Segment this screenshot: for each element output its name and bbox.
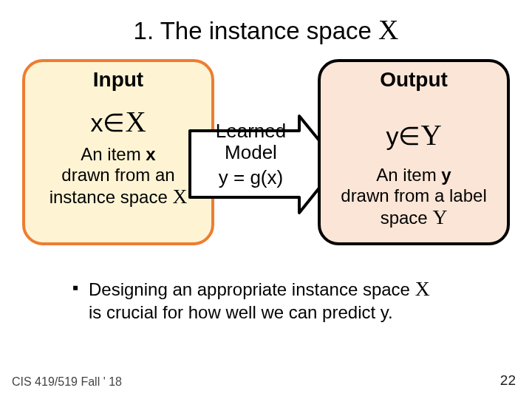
output-desc3a: space	[381, 208, 433, 228]
input-desc3a: instance space	[50, 187, 173, 207]
input-desc1a: An item	[81, 144, 146, 164]
bullet-marker-icon: ▪	[72, 276, 89, 324]
arrow-l1: Learned	[216, 120, 286, 142]
bullet-t1: Designing an appropriate instance space	[89, 279, 415, 299]
arrow-l2: Model	[225, 141, 277, 163]
arrow-eq: y = g(x)	[205, 166, 297, 189]
bullet-list: ▪ Designing an appropriate instance spac…	[72, 276, 488, 324]
input-desc3b: X	[172, 185, 187, 208]
diagram: Input x∈X An item x drawn from an instan…	[22, 59, 510, 251]
output-line: y∈Y	[325, 118, 502, 151]
output-line-symbol: Y	[420, 119, 441, 151]
input-line: x∈X	[30, 105, 207, 138]
output-box: Output y∈Y An item y drawn from a label …	[318, 59, 510, 245]
output-desc2: drawn from a label	[341, 185, 486, 205]
input-head: Input	[30, 68, 207, 92]
arrow-label: Learned Model	[205, 120, 297, 163]
output-head: Output	[325, 68, 502, 92]
footer-text: CIS 419/519 Fall ' 18	[12, 375, 122, 389]
page-number: 22	[500, 372, 516, 389]
output-line-prefix: y∈	[386, 122, 420, 150]
input-box: Input x∈X An item x drawn from an instan…	[22, 59, 214, 245]
input-desc2: drawn from an	[61, 165, 174, 185]
bullet-t1-sym: X	[415, 277, 430, 300]
title-text: 1. The instance space	[134, 17, 378, 44]
output-desc1b: y	[441, 165, 451, 185]
input-desc1b: x	[146, 144, 155, 164]
bullet-t2: is crucial for how well we can predict y…	[89, 302, 393, 322]
output-desc: An item y drawn from a label space Y	[325, 165, 502, 229]
bullet-text: Designing an appropriate instance space …	[89, 276, 488, 324]
title-symbol: X	[378, 14, 398, 45]
output-desc1a: An item	[376, 165, 441, 185]
slide-title: 1. The instance space X	[0, 13, 532, 46]
input-line-symbol: X	[125, 106, 146, 137]
input-line-prefix: x∈	[90, 109, 125, 137]
input-desc: An item x drawn from an instance space X	[30, 144, 207, 208]
output-desc3b: Y	[432, 205, 447, 228]
bullet-item: ▪ Designing an appropriate instance spac…	[72, 276, 488, 324]
